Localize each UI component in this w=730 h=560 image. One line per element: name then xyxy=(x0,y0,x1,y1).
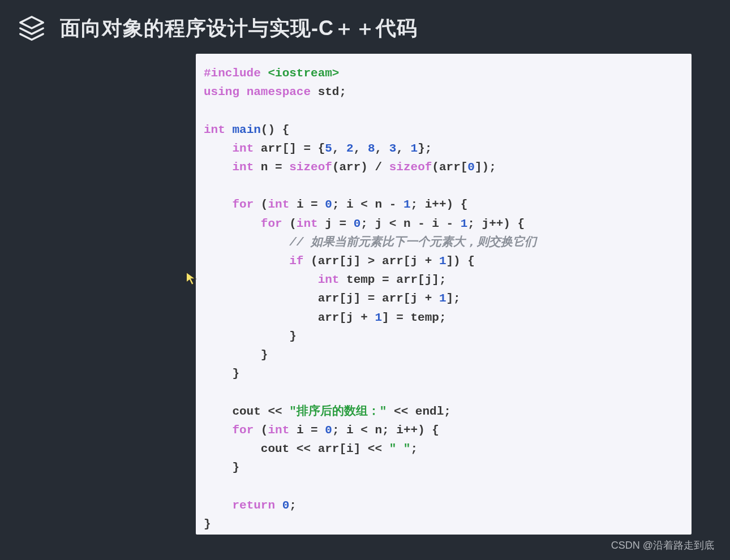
code-line: for (int j = 0; j < n - i - 1; j++) { xyxy=(204,214,684,233)
code-token xyxy=(204,198,232,211)
code-token xyxy=(204,255,289,268)
code-token xyxy=(204,236,289,249)
code-token: }; xyxy=(418,142,432,155)
code-token: i = xyxy=(297,198,325,211)
slide-title: 面向对象的程序设计与实现-C＋＋代码 xyxy=(60,15,418,42)
code-token: 2 xyxy=(346,142,354,155)
slide-header: 面向对象的程序设计与实现-C＋＋代码 xyxy=(0,0,730,57)
code-token: (arr[j] > arr[j + xyxy=(311,255,439,268)
code-token: 1 xyxy=(461,217,468,230)
code-panel: #include <iostream>using namespace std; … xyxy=(196,54,692,535)
code-token: 0 xyxy=(325,424,332,437)
code-line: // 如果当前元素比下一个元素大，则交换它们 xyxy=(204,233,684,252)
code-token: for xyxy=(232,198,260,211)
code-line: int n = sizeof(arr) / sizeof(arr[0]); xyxy=(204,158,684,176)
code-token: } xyxy=(204,330,297,343)
code-line: int main() { xyxy=(204,120,684,139)
code-line: arr[j + 1] = temp; xyxy=(204,308,684,327)
code-line: return 0; xyxy=(204,496,684,515)
code-token: , xyxy=(332,142,346,155)
code-token: (arr) / xyxy=(332,161,389,174)
code-token: int xyxy=(232,142,260,155)
code-token: cout << arr[i] << xyxy=(204,442,389,455)
code-token: ; j++) { xyxy=(467,217,525,230)
code-token: int xyxy=(318,273,346,286)
code-token: temp = arr[j]; xyxy=(346,273,446,286)
code-token: if xyxy=(289,255,311,268)
code-token xyxy=(204,424,232,437)
code-token: } xyxy=(204,461,239,474)
code-token: 1 xyxy=(439,255,446,268)
code-token: return xyxy=(232,499,282,512)
code-token xyxy=(204,142,232,155)
code-token: 8 xyxy=(368,142,375,155)
code-token: ( xyxy=(289,217,297,230)
code-token: << endl; xyxy=(387,405,450,418)
code-token: ; xyxy=(410,442,418,455)
code-token xyxy=(204,311,318,324)
code-token: (arr[ xyxy=(432,161,467,174)
code-token: // 如果当前元素比下一个元素大，则交换它们 xyxy=(289,236,536,249)
code-token: } xyxy=(204,367,239,380)
code-line: for (int i = 0; i < n - 1; i++) { xyxy=(204,195,684,214)
code-line xyxy=(204,477,684,496)
code-token: ]); xyxy=(475,161,496,174)
code-token: 1 xyxy=(375,311,382,324)
code-line: #include <iostream> xyxy=(204,64,684,83)
code-line xyxy=(204,101,684,120)
code-token: } xyxy=(204,518,211,531)
code-token: sizeof xyxy=(289,161,332,174)
code-token: for xyxy=(232,424,260,437)
code-line: for (int i = 0; i < n; i++) { xyxy=(204,421,684,440)
code-token: std xyxy=(318,85,340,98)
code-token xyxy=(204,499,232,512)
code-token: int xyxy=(297,217,325,230)
code-token xyxy=(204,217,261,230)
code-token: sizeof xyxy=(389,161,432,174)
code-token: n = xyxy=(261,161,289,174)
code-token: 0 xyxy=(354,217,361,230)
code-token xyxy=(204,161,232,174)
code-line: arr[j] = arr[j + 1]; xyxy=(204,289,684,308)
code-token xyxy=(204,292,318,305)
code-token: 3 xyxy=(389,142,397,155)
code-line: } xyxy=(204,327,684,346)
code-line: int arr[] = {5, 2, 8, 3, 1}; xyxy=(204,139,684,158)
code-token: ; xyxy=(289,499,297,512)
watermark: CSDN @沿着路走到底 xyxy=(611,539,714,552)
code-line: } xyxy=(204,364,684,383)
code-token: , xyxy=(354,142,368,155)
code-token: int xyxy=(204,123,232,136)
code-token: ; i < n - xyxy=(332,198,403,211)
code-line: } xyxy=(204,515,684,533)
code-token: i = xyxy=(297,424,325,437)
code-token: int xyxy=(232,161,260,174)
code-line: if (arr[j] > arr[j + 1]) { xyxy=(204,252,684,270)
code-token: for xyxy=(261,217,289,230)
code-token: ; i++) { xyxy=(411,198,468,211)
code-token: arr[j + xyxy=(318,311,375,324)
code-token: ]; xyxy=(446,292,461,305)
code-token: 0 xyxy=(282,499,290,512)
code-token: 5 xyxy=(325,142,332,155)
layers-icon xyxy=(16,12,48,44)
code-token: namespace xyxy=(247,85,318,98)
code-line: } xyxy=(204,458,684,477)
code-token: 1 xyxy=(411,142,418,155)
code-token: j = xyxy=(325,217,353,230)
code-token: () { xyxy=(261,123,289,136)
code-line: } xyxy=(204,346,684,364)
code-token: 0 xyxy=(325,198,332,211)
code-token: 1 xyxy=(403,198,411,211)
code-token: ( xyxy=(261,424,268,437)
code-token: using xyxy=(204,85,247,98)
code-token: <iostream> xyxy=(268,67,339,80)
code-line: using namespace std; xyxy=(204,83,684,101)
code-token: } xyxy=(204,348,268,361)
code-token: arr[j] = arr[j + xyxy=(318,292,439,305)
code-token: ; j < n - i - xyxy=(360,217,460,230)
code-token: 0 xyxy=(467,161,475,174)
code-token: "排序后的数组：" xyxy=(289,405,387,418)
code-token: arr[] = { xyxy=(261,142,325,155)
code-token: int xyxy=(268,424,296,437)
